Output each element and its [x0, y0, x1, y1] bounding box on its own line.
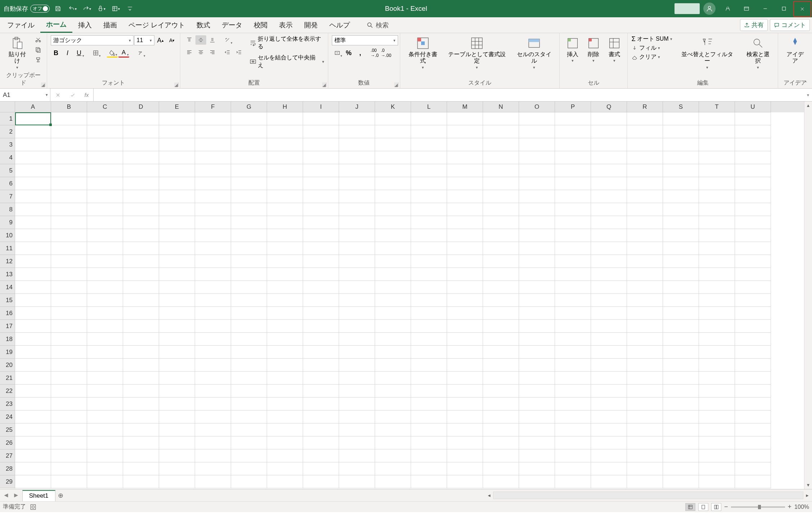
cell[interactable] [555, 112, 591, 125]
cell[interactable] [519, 255, 555, 268]
cell[interactable] [303, 242, 339, 255]
cell[interactable] [627, 462, 663, 475]
column-header[interactable]: I [303, 102, 339, 112]
cell[interactable] [267, 190, 303, 203]
cell[interactable] [15, 436, 51, 449]
autosum-button[interactable]: Σオート SUM▾ [631, 35, 672, 43]
column-header[interactable]: D [123, 102, 159, 112]
cell[interactable] [663, 203, 699, 216]
new-sheet-icon[interactable]: ⊕ [55, 489, 66, 501]
cell[interactable] [483, 281, 519, 294]
row-header[interactable]: 29 [0, 475, 15, 488]
cell[interactable] [195, 190, 231, 203]
cell[interactable] [231, 359, 267, 372]
cell[interactable] [159, 268, 195, 281]
row-header[interactable]: 28 [0, 462, 15, 475]
cell[interactable] [375, 177, 411, 190]
cell[interactable] [519, 125, 555, 138]
normal-view-icon[interactable] [685, 503, 695, 511]
cell[interactable] [411, 164, 447, 177]
cell[interactable] [483, 411, 519, 423]
cell[interactable] [87, 398, 123, 411]
cell[interactable] [591, 281, 627, 294]
cell[interactable] [15, 423, 51, 436]
cell[interactable] [303, 112, 339, 125]
cell[interactable] [195, 229, 231, 242]
cell[interactable] [699, 294, 735, 307]
maximize-button[interactable] [775, 0, 793, 17]
cell[interactable] [447, 346, 483, 359]
cell[interactable] [159, 333, 195, 346]
simplify-ribbon-icon[interactable] [718, 0, 737, 17]
cell[interactable] [447, 112, 483, 125]
cell[interactable] [627, 203, 663, 216]
cell[interactable] [303, 255, 339, 268]
cell[interactable] [555, 268, 591, 281]
ribbon-display-options-icon[interactable] [737, 0, 756, 17]
cell[interactable] [87, 229, 123, 242]
cell[interactable] [15, 385, 51, 398]
cell[interactable] [159, 462, 195, 475]
cell[interactable] [267, 242, 303, 255]
cell[interactable] [339, 398, 375, 411]
cell[interactable] [591, 216, 627, 229]
cell[interactable] [159, 203, 195, 216]
accounting-format-icon[interactable]: ▾ [332, 48, 343, 58]
cell[interactable] [483, 125, 519, 138]
tab-developer[interactable]: 開発 [298, 17, 324, 33]
row-header[interactable]: 8 [0, 203, 15, 216]
row-header[interactable]: 1 [0, 112, 15, 125]
cell[interactable] [483, 320, 519, 333]
cell[interactable] [735, 151, 771, 164]
cell[interactable] [447, 449, 483, 462]
cell[interactable] [519, 138, 555, 151]
cell[interactable] [663, 268, 699, 281]
merge-center-button[interactable]: セルを結合して中央揃え▾ [249, 54, 324, 69]
cell[interactable] [591, 268, 627, 281]
cell[interactable] [159, 346, 195, 359]
cell[interactable] [663, 462, 699, 475]
row-header[interactable]: 26 [0, 436, 15, 449]
cell[interactable] [411, 346, 447, 359]
cell[interactable] [519, 423, 555, 436]
cell[interactable] [159, 112, 195, 125]
cell[interactable] [735, 203, 771, 216]
cell[interactable] [663, 229, 699, 242]
cell[interactable] [591, 346, 627, 359]
cell[interactable] [591, 333, 627, 346]
cell[interactable] [519, 242, 555, 255]
cell[interactable] [663, 436, 699, 449]
cell[interactable] [699, 203, 735, 216]
delete-cells-button[interactable]: 削除▾ [584, 35, 603, 64]
fill-button[interactable]: フィル▾ [631, 44, 672, 52]
cell[interactable] [339, 411, 375, 423]
align-center-icon[interactable] [195, 48, 206, 57]
cell[interactable] [267, 385, 303, 398]
cell[interactable] [231, 346, 267, 359]
cell[interactable] [375, 462, 411, 475]
cell[interactable] [195, 242, 231, 255]
cell[interactable] [663, 125, 699, 138]
cell[interactable] [663, 398, 699, 411]
cell[interactable] [87, 449, 123, 462]
cell[interactable] [627, 255, 663, 268]
cell[interactable] [483, 333, 519, 346]
cell[interactable] [411, 372, 447, 385]
cell[interactable] [411, 398, 447, 411]
cell[interactable] [87, 385, 123, 398]
cell[interactable] [519, 216, 555, 229]
cell[interactable] [267, 268, 303, 281]
row-header[interactable]: 18 [0, 333, 15, 346]
cell[interactable] [339, 203, 375, 216]
cell[interactable] [735, 164, 771, 177]
cell[interactable] [483, 190, 519, 203]
cell[interactable] [627, 268, 663, 281]
cell[interactable] [231, 333, 267, 346]
cell[interactable] [591, 307, 627, 320]
cell[interactable] [519, 475, 555, 488]
cell[interactable] [447, 372, 483, 385]
cell[interactable] [231, 307, 267, 320]
cell[interactable] [231, 125, 267, 138]
cell[interactable] [447, 462, 483, 475]
cell[interactable] [87, 112, 123, 125]
